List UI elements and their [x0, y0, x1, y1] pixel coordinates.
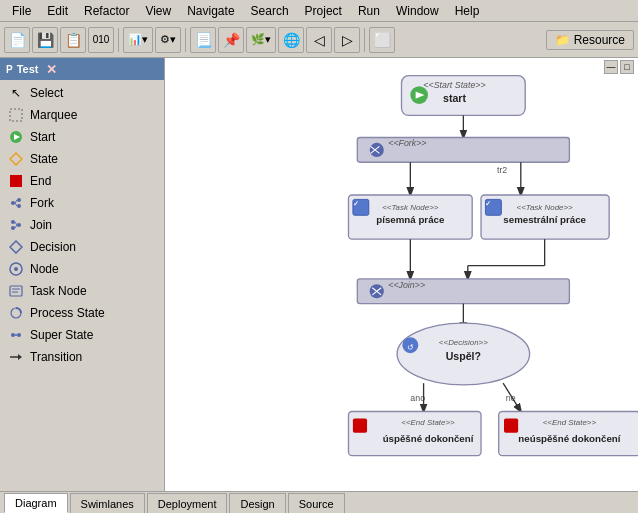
sidebar-item-marquee[interactable]: Marquee	[0, 104, 164, 126]
task-node1[interactable]: ✓ <<Task Node>> písemná práce	[348, 195, 472, 239]
settings-button[interactable]: ⚙▾	[155, 27, 181, 53]
svg-line-9	[15, 203, 17, 206]
menu-help[interactable]: Help	[447, 2, 488, 20]
menu-window[interactable]: Window	[388, 2, 447, 20]
sidebar-item-end[interactable]: End	[0, 170, 164, 192]
state-icon	[8, 151, 24, 167]
main-layout: P Test ✕ ↖ Select Marquee Start	[0, 58, 638, 491]
svg-text:tr2: tr2	[497, 165, 507, 175]
start-icon	[8, 129, 24, 145]
svg-text:✓: ✓	[353, 200, 359, 207]
svg-text:úspěšné dokončení: úspěšné dokončení	[383, 433, 474, 444]
transition-icon	[8, 349, 24, 365]
branch-button[interactable]: 🌿▾	[246, 27, 276, 53]
svg-text:start: start	[443, 92, 466, 104]
new-button[interactable]: 📄	[4, 27, 30, 53]
left-button[interactable]: ◁	[306, 27, 332, 53]
fork-node[interactable]: <<Fork>>	[357, 138, 569, 163]
svg-point-5	[11, 201, 15, 205]
svg-point-10	[11, 220, 15, 224]
svg-text:semestrální práce: semestrální práce	[503, 214, 586, 225]
save-button[interactable]: 💾	[32, 27, 58, 53]
svg-point-23	[17, 333, 21, 337]
marquee-icon	[8, 107, 24, 123]
decision-node[interactable]: ↺ <<Decision>> Uspěl?	[397, 323, 530, 385]
build-button[interactable]: 010	[88, 27, 114, 53]
menu-navigate[interactable]: Navigate	[179, 2, 242, 20]
start-state-node[interactable]: <<Start State>> start	[402, 76, 526, 116]
sidebar-item-start[interactable]: Start	[0, 126, 164, 148]
menu-view[interactable]: View	[137, 2, 179, 20]
svg-point-22	[11, 333, 15, 337]
svg-text:neúspěšné dokončení: neúspěšné dokončení	[518, 433, 620, 444]
svg-point-17	[14, 267, 18, 271]
panel-close-button[interactable]: ✕	[46, 62, 57, 77]
tab-deployment[interactable]: Deployment	[147, 493, 228, 513]
tab-source[interactable]: Source	[288, 493, 345, 513]
svg-text:<<End State>>: <<End State>>	[401, 418, 455, 427]
sidebar-item-fork[interactable]: Fork	[0, 192, 164, 214]
join-node[interactable]: <<Join>>	[357, 279, 569, 304]
right-button[interactable]: ▷	[334, 27, 360, 53]
menu-file[interactable]: File	[4, 2, 39, 20]
svg-rect-18	[10, 286, 22, 296]
task-node2[interactable]: ✓ <<Task Node>> semestrální práce	[481, 195, 609, 239]
sidebar-item-decision[interactable]: Decision	[0, 236, 164, 258]
tab-design[interactable]: Design	[229, 493, 285, 513]
svg-text:Uspěl?: Uspěl?	[446, 350, 481, 362]
doc-button[interactable]: 📃	[190, 27, 216, 53]
svg-line-14	[15, 225, 17, 228]
sidebar-item-task-node[interactable]: Task Node	[0, 280, 164, 302]
menu-search[interactable]: Search	[243, 2, 297, 20]
panel-icon: P	[6, 64, 13, 75]
separator1	[118, 28, 119, 52]
svg-point-7	[17, 204, 21, 208]
menu-edit[interactable]: Edit	[39, 2, 76, 20]
sidebar-item-super-state[interactable]: Super State	[0, 324, 164, 346]
minimize-button[interactable]: —	[604, 60, 618, 74]
svg-marker-3	[10, 153, 22, 165]
svg-text:<<Fork>>: <<Fork>>	[388, 138, 426, 148]
separator3	[364, 28, 365, 52]
sidebar-item-process-state[interactable]: Process State	[0, 302, 164, 324]
pin-button[interactable]: 📌	[218, 27, 244, 53]
svg-text:<<Task Node>>: <<Task Node>>	[382, 203, 439, 212]
svg-rect-4	[10, 175, 22, 187]
svg-text:<<Start State>>: <<Start State>>	[423, 80, 485, 90]
sidebar-item-join[interactable]: Join	[0, 214, 164, 236]
svg-text:↺: ↺	[407, 343, 414, 352]
menu-project[interactable]: Project	[297, 2, 350, 20]
tab-swimlanes[interactable]: Swimlanes	[70, 493, 145, 513]
sidebar-item-select[interactable]: ↖ Select	[0, 82, 164, 104]
globe-button[interactable]: 🌐	[278, 27, 304, 53]
task-node-icon	[8, 283, 24, 299]
svg-rect-71	[353, 419, 367, 433]
copy-button[interactable]: 📋	[60, 27, 86, 53]
sidebar-item-transition[interactable]: Transition	[0, 346, 164, 368]
menu-refactor[interactable]: Refactor	[76, 2, 137, 20]
resource-button[interactable]: 📁 Resource	[546, 30, 634, 50]
panel-items: ↖ Select Marquee Start State	[0, 80, 164, 491]
sidebar-item-state[interactable]: State	[0, 148, 164, 170]
menu-run[interactable]: Run	[350, 2, 388, 20]
canvas-area[interactable]: — □ <<Start State>> start <<Fork>>	[165, 58, 638, 491]
fork-icon	[8, 195, 24, 211]
svg-text:<<Task Node>>: <<Task Node>>	[517, 203, 574, 212]
end-state-success[interactable]: <<End State>> úspěšné dokončení	[348, 411, 481, 455]
folder-icon: 📁	[555, 33, 570, 47]
maximize-diagram-button[interactable]: □	[620, 60, 634, 74]
maximize-button[interactable]: ⬜	[369, 27, 395, 53]
sidebar-item-node[interactable]: Node	[0, 258, 164, 280]
svg-rect-0	[10, 109, 22, 121]
process-state-icon	[8, 305, 24, 321]
svg-rect-75	[504, 419, 518, 433]
tab-diagram[interactable]: Diagram	[4, 493, 68, 513]
separator2	[185, 28, 186, 52]
join-icon	[8, 217, 24, 233]
chart-button[interactable]: 📊▾	[123, 27, 153, 53]
svg-text:<<Decision>>: <<Decision>>	[439, 338, 488, 347]
end-state-failure[interactable]: <<End State>> neúspěšné dokončení	[499, 411, 638, 455]
svg-line-13	[15, 222, 17, 225]
toolbar: 📄 💾 📋 010 📊▾ ⚙▾ 📃 📌 🌿▾ 🌐 ◁ ▷ ⬜ 📁 Resourc…	[0, 22, 638, 58]
menubar: File Edit Refactor View Navigate Search …	[0, 0, 638, 22]
